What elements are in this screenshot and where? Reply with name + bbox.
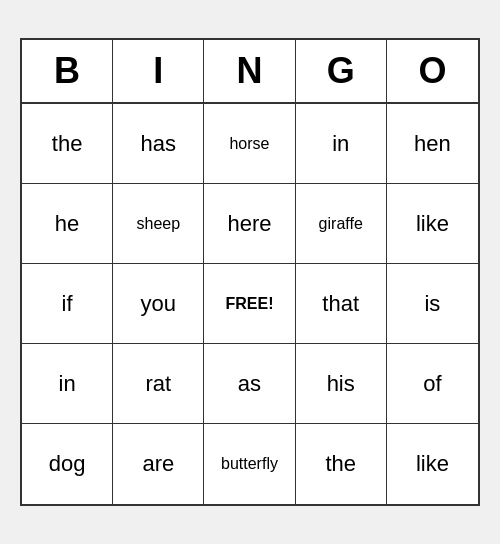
cell-4-2[interactable]: butterfly [204, 424, 295, 504]
cell-3-1[interactable]: rat [113, 344, 204, 424]
cell-3-0[interactable]: in [22, 344, 113, 424]
cell-2-2-free[interactable]: FREE! [204, 264, 295, 344]
cell-4-1[interactable]: are [113, 424, 204, 504]
cell-4-4[interactable]: like [387, 424, 478, 504]
cell-0-4[interactable]: hen [387, 104, 478, 184]
cell-0-1[interactable]: has [113, 104, 204, 184]
cell-1-4[interactable]: like [387, 184, 478, 264]
cell-0-2[interactable]: horse [204, 104, 295, 184]
header-o: O [387, 40, 478, 102]
cell-1-2[interactable]: here [204, 184, 295, 264]
cell-4-0[interactable]: dog [22, 424, 113, 504]
header-i: I [113, 40, 204, 102]
bingo-card: B I N G O the has horse in hen he sheep … [20, 38, 480, 506]
header-b: B [22, 40, 113, 102]
cell-1-3[interactable]: giraffe [296, 184, 387, 264]
cell-2-3[interactable]: that [296, 264, 387, 344]
header-n: N [204, 40, 295, 102]
bingo-grid: the has horse in hen he sheep here giraf… [22, 104, 478, 504]
cell-0-3[interactable]: in [296, 104, 387, 184]
cell-2-4[interactable]: is [387, 264, 478, 344]
cell-3-3[interactable]: his [296, 344, 387, 424]
cell-1-1[interactable]: sheep [113, 184, 204, 264]
bingo-header: B I N G O [22, 40, 478, 104]
cell-1-0[interactable]: he [22, 184, 113, 264]
cell-3-2[interactable]: as [204, 344, 295, 424]
cell-0-0[interactable]: the [22, 104, 113, 184]
header-g: G [296, 40, 387, 102]
cell-4-3[interactable]: the [296, 424, 387, 504]
cell-2-1[interactable]: you [113, 264, 204, 344]
cell-3-4[interactable]: of [387, 344, 478, 424]
cell-2-0[interactable]: if [22, 264, 113, 344]
